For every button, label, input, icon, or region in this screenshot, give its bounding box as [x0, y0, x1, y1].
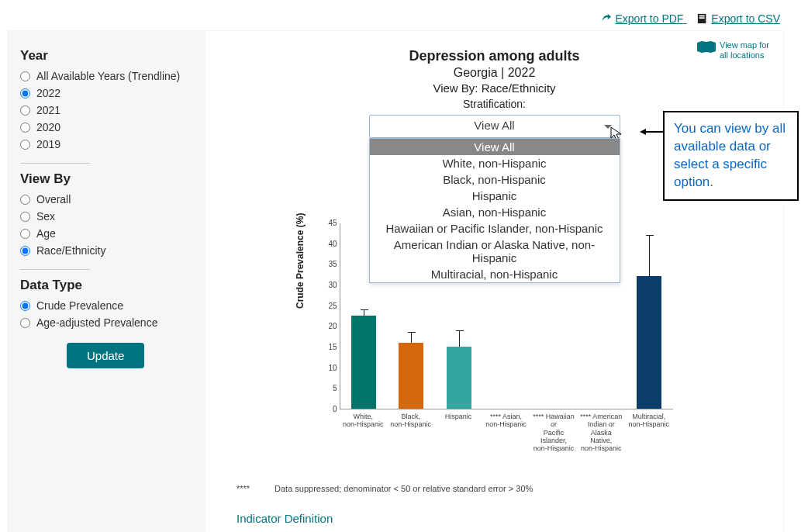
radio-option[interactable]: 2020 — [20, 121, 193, 133]
chart-location-year: Georgia | 2022 — [221, 66, 768, 80]
radio-input[interactable] — [20, 123, 30, 133]
dropdown-option[interactable]: Black, non-Hispanic — [370, 171, 620, 188]
us-map-icon — [696, 40, 716, 54]
dropdown-option[interactable]: Hispanic — [370, 188, 620, 204]
stratification-select-wrap: View All View AllWhite, non-HispanicBlac… — [369, 115, 620, 138]
x-tick-label: White,non-Hispanic — [340, 409, 387, 453]
dropdown-option[interactable]: White, non-Hispanic — [370, 155, 620, 171]
radio-option[interactable]: 2022 — [20, 87, 193, 99]
radio-input[interactable] — [20, 246, 30, 256]
export-csv-link[interactable]: Export to CSV — [697, 12, 780, 25]
stratification-select[interactable]: View All — [369, 115, 620, 138]
radio-input[interactable] — [20, 301, 30, 311]
radio-label: 2021 — [36, 104, 60, 116]
radio-option[interactable]: All Available Years (Trendline) — [20, 70, 193, 82]
y-tick: 20 — [319, 322, 337, 330]
radio-option[interactable]: Overall — [20, 193, 193, 206]
radio-option[interactable]: Age — [20, 227, 193, 240]
radio-label: Overall — [36, 193, 71, 206]
export-csv-label: Export to CSV — [711, 12, 780, 25]
x-tick-label: **** Hawaiian orPacific Islander,non-His… — [530, 409, 577, 453]
divider — [20, 269, 90, 270]
radio-label: 2020 — [36, 121, 60, 133]
radio-input[interactable] — [20, 105, 30, 116]
share-icon — [601, 13, 612, 24]
radio-label: Race/Ethnicity — [36, 244, 105, 257]
svg-rect-1 — [699, 16, 705, 17]
x-axis-labels: White,non-HispanicBlack,non-HispanicHisp… — [340, 409, 673, 453]
radio-label: Sex — [36, 210, 55, 223]
content-panel: View map for all locations Depression am… — [205, 31, 783, 532]
divider — [20, 163, 90, 164]
y-axis-label: Crude Prevalence (%) — [295, 213, 306, 309]
dropdown-option[interactable]: Multiracial, non-Hispanic — [370, 266, 620, 282]
main-panel: Year All Available Years (Trendline)2022… — [8, 31, 783, 532]
bar[interactable] — [399, 343, 423, 409]
y-tick: 5 — [319, 384, 337, 392]
radio-label: Age — [36, 227, 56, 240]
radio-label: All Available Years (Trendline) — [36, 70, 180, 82]
x-tick-label: Hispanic — [434, 409, 482, 453]
x-tick-label: **** Asian,non-Hispanic — [482, 409, 530, 453]
dropdown-option[interactable]: Hawaiian or Pacific Islander, non-Hispan… — [370, 220, 620, 237]
bar[interactable] — [447, 347, 471, 409]
update-button[interactable]: Update — [67, 343, 144, 368]
viewby-heading: View By — [20, 171, 193, 187]
y-tick: 40 — [319, 239, 337, 247]
radio-option[interactable]: Sex — [20, 210, 193, 223]
sidebar: Year All Available Years (Trendline)2022… — [8, 31, 205, 532]
radio-option[interactable]: Crude Prevalence — [20, 299, 193, 312]
dropdown-option[interactable]: American Indian or Alaska Native, non-Hi… — [370, 237, 620, 266]
year-heading: Year — [20, 48, 193, 64]
radio-option[interactable]: Race/Ethnicity — [20, 244, 193, 257]
stratification-selected: View All — [474, 119, 514, 132]
bar-slot — [625, 223, 672, 409]
radio-input[interactable] — [20, 212, 30, 222]
radio-label: Crude Prevalence — [36, 299, 123, 312]
datatype-heading: Data Type — [20, 278, 193, 293]
export-pdf-link[interactable]: Export to PDF — [601, 12, 686, 25]
suppression-text: Data suppressed; denominator < 50 or rel… — [275, 484, 533, 493]
radio-label: 2022 — [36, 87, 60, 99]
tooltip-arrow-icon — [640, 128, 663, 130]
help-tooltip: You can view by all available data or se… — [663, 111, 799, 201]
chart-title: Depression among adults — [221, 48, 768, 64]
y-tick: 10 — [319, 363, 337, 371]
export-bar: Export to PDF Export to CSV — [0, 0, 808, 31]
radio-input[interactable] — [20, 229, 30, 239]
x-tick-label: Black,non-Hispanic — [387, 409, 434, 453]
radio-option[interactable]: Age-adjusted Prevalence — [20, 316, 193, 329]
radio-label: Age-adjusted Prevalence — [36, 316, 157, 329]
y-tick: 45 — [319, 219, 337, 227]
radio-input[interactable] — [20, 88, 30, 98]
svg-rect-2 — [699, 17, 705, 19]
chart-viewby-line: View By: Race/Ethnicity — [221, 81, 768, 95]
radio-input[interactable] — [20, 195, 30, 205]
map-link-line2: all locations — [720, 50, 764, 60]
dropdown-option[interactable]: Asian, non-Hispanic — [370, 204, 620, 220]
indicator-definition-link[interactable]: Indicator Definition — [237, 512, 768, 525]
radio-input[interactable] — [20, 71, 30, 81]
suppression-footnote: **** Data suppressed; denominator < 50 o… — [237, 484, 768, 493]
x-tick-label: Multiracial,non-Hispanic — [625, 409, 672, 453]
map-link-line1: View map for — [720, 40, 769, 50]
radio-label: 2019 — [36, 138, 60, 150]
y-tick: 35 — [319, 260, 337, 268]
x-tick-label: **** American Indian orAlaska Native,non… — [578, 409, 625, 453]
view-map-link[interactable]: View map for all locations — [696, 40, 774, 60]
radio-input[interactable] — [20, 318, 30, 328]
dropdown-option[interactable]: View All — [370, 139, 620, 155]
y-tick: 25 — [319, 301, 337, 309]
y-tick: 0 — [319, 405, 337, 413]
bar[interactable] — [351, 316, 376, 409]
y-tick: 15 — [319, 343, 337, 351]
export-pdf-label: Export to PDF — [615, 12, 683, 25]
radio-input[interactable] — [20, 140, 30, 150]
file-icon — [697, 13, 708, 24]
stratification-label: Stratification: — [221, 98, 768, 110]
stratification-dropdown[interactable]: View AllWhite, non-HispanicBlack, non-Hi… — [369, 138, 620, 283]
radio-option[interactable]: 2019 — [20, 138, 193, 150]
bar[interactable] — [637, 276, 661, 409]
y-tick: 30 — [319, 281, 337, 289]
radio-option[interactable]: 2021 — [20, 104, 193, 116]
